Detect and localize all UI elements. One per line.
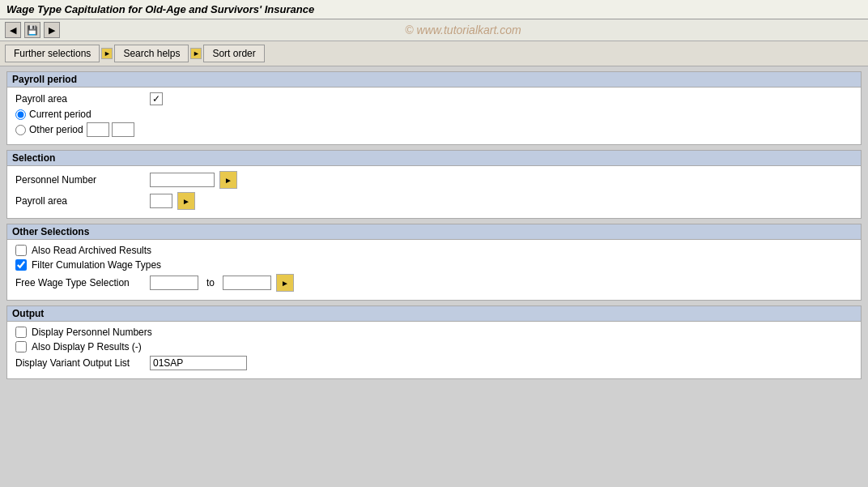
current-period-label: Current period — [29, 109, 91, 120]
page-title: Wage Type Capitulation for Old-Age and S… — [6, 3, 314, 15]
main-content: Payroll period Payroll area ✓ Current pe… — [0, 66, 868, 389]
further-selections-label: Further selections — [14, 48, 91, 59]
archived-results-row: Also Read Archived Results — [15, 245, 853, 256]
other-selections-header: Other Selections — [7, 224, 861, 240]
display-personnel-row: Display Personnel Numbers — [15, 327, 853, 338]
back-icon[interactable]: ◀ — [5, 22, 21, 38]
personnel-number-row: Personnel Number ► — [15, 171, 853, 189]
watermark: © www.tutorialkart.com — [63, 23, 863, 36]
selection-header: Selection — [7, 151, 861, 166]
filter-cumulation-label: Filter Cumulation Wage Types — [32, 259, 161, 271]
save-icon[interactable]: 💾 — [24, 22, 40, 38]
free-wage-label: Free Wage Type Selection — [15, 277, 145, 288]
display-personnel-label: Display Personnel Numbers — [32, 327, 152, 338]
sort-order-label: Sort order — [212, 48, 255, 59]
tab-further-selections[interactable]: Further selections — [5, 45, 100, 62]
selection-payroll-area-input[interactable] — [150, 194, 172, 208]
filter-cumulation-checkbox[interactable] — [15, 259, 27, 271]
other-period-label: Other period — [29, 124, 83, 135]
free-wage-to-input[interactable] — [223, 276, 271, 290]
toolbar: ◀ 💾 ▶ © www.tutorialkart.com — [0, 19, 868, 41]
payroll-area-row: Payroll area ✓ — [15, 92, 853, 105]
payroll-period-section: Payroll period Payroll area ✓ Current pe… — [6, 71, 862, 145]
further-selections-arrow: ► — [101, 48, 113, 59]
selection-section: Selection Personnel Number ► Payroll are… — [6, 150, 862, 219]
display-personnel-checkbox[interactable] — [15, 327, 27, 338]
display-variant-label: Display Variant Output List — [15, 357, 145, 369]
display-variant-input[interactable] — [150, 356, 247, 370]
free-wage-nav[interactable]: ► — [276, 274, 294, 292]
other-period-input-1[interactable] — [87, 122, 109, 137]
display-variant-row: Display Variant Output List — [15, 356, 853, 370]
other-period-inputs — [87, 122, 134, 137]
output-section: Output Display Personnel Numbers Also Di… — [6, 305, 862, 379]
payroll-area-label: Payroll area — [15, 93, 145, 105]
selection-payroll-area-row: Payroll area ► — [15, 192, 853, 210]
personnel-number-nav[interactable]: ► — [219, 171, 237, 189]
selection-body: Personnel Number ► Payroll area ► — [7, 166, 861, 218]
nav-icon[interactable]: ▶ — [44, 22, 60, 38]
search-helps-label: Search helps — [123, 48, 180, 59]
payroll-area-checkbox[interactable]: ✓ — [150, 92, 163, 105]
tab-bar: Further selections ► Search helps ► Sort… — [0, 41, 868, 66]
personnel-number-label: Personnel Number — [15, 174, 145, 186]
search-helps-arrow: ► — [190, 48, 202, 59]
archived-results-checkbox[interactable] — [15, 245, 27, 256]
other-period-row: Other period — [15, 122, 853, 137]
payroll-period-header: Payroll period — [7, 72, 861, 88]
title-bar: Wage Type Capitulation for Old-Age and S… — [0, 0, 868, 19]
output-body: Display Personnel Numbers Also Display P… — [7, 322, 861, 378]
selection-payroll-area-label: Payroll area — [15, 195, 145, 207]
free-wage-from-input[interactable] — [150, 276, 198, 290]
other-selections-body: Also Read Archived Results Filter Cumula… — [7, 240, 861, 300]
current-period-radio[interactable] — [15, 109, 26, 120]
payroll-period-body: Payroll area ✓ Current period Other peri… — [7, 88, 861, 144]
also-display-label: Also Display P Results (-) — [32, 341, 142, 352]
also-display-row: Also Display P Results (-) — [15, 341, 853, 352]
output-header: Output — [7, 306, 861, 322]
current-period-row: Current period — [15, 109, 853, 120]
other-period-radio[interactable] — [15, 125, 26, 135]
also-display-checkbox[interactable] — [15, 341, 27, 352]
to-label: to — [206, 277, 215, 288]
free-wage-row: Free Wage Type Selection to ► — [15, 274, 853, 292]
archived-results-label: Also Read Archived Results — [32, 245, 151, 256]
other-selections-section: Other Selections Also Read Archived Resu… — [6, 224, 862, 301]
selection-payroll-area-nav[interactable]: ► — [177, 192, 195, 210]
tab-search-helps[interactable]: Search helps — [114, 45, 189, 62]
other-period-input-2[interactable] — [112, 122, 134, 137]
tab-sort-order[interactable]: Sort order — [203, 45, 264, 62]
filter-cumulation-row: Filter Cumulation Wage Types — [15, 259, 853, 271]
personnel-number-input[interactable] — [150, 173, 215, 187]
